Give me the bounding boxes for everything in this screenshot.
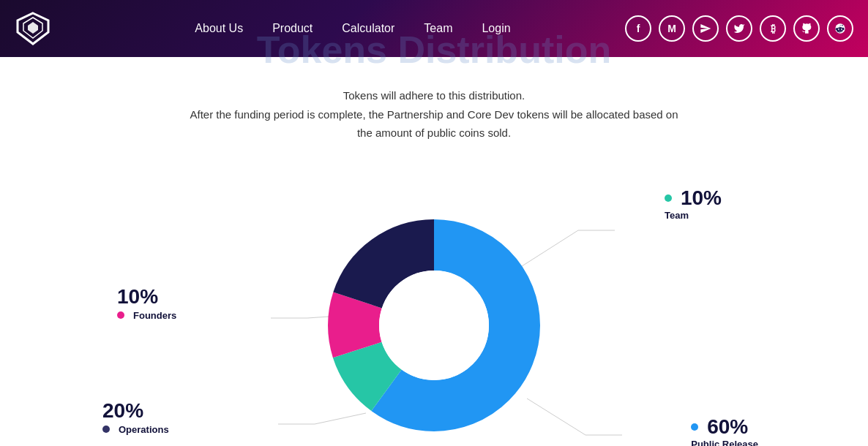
operations-percent: 20% bbox=[102, 399, 169, 423]
twitter-icon[interactable] bbox=[726, 15, 752, 42]
nav-links: About Us Product Calculator Team Login bbox=[81, 22, 625, 35]
label-team: 10% Team bbox=[665, 186, 722, 221]
label-founders: 10% Founders bbox=[117, 285, 176, 321]
operations-dot bbox=[102, 426, 110, 433]
main-content: Tokens Distribution Tokens will adhere t… bbox=[0, 57, 868, 446]
telegram-icon[interactable] bbox=[692, 15, 719, 42]
medium-icon[interactable]: M bbox=[659, 15, 685, 42]
navbar: About Us Product Calculator Team Login f… bbox=[0, 0, 868, 57]
founders-label: Founders bbox=[133, 310, 176, 321]
label-public-release: 60% Public Release bbox=[691, 415, 758, 447]
public-dot bbox=[691, 423, 698, 431]
github-icon[interactable] bbox=[793, 15, 820, 42]
bitcoin-icon[interactable]: ₿ bbox=[760, 15, 786, 42]
operations-label: Operations bbox=[119, 424, 169, 435]
nav-calculator[interactable]: Calculator bbox=[342, 22, 394, 35]
founders-percent: 10% bbox=[117, 285, 176, 309]
reddit-icon[interactable] bbox=[827, 15, 853, 42]
nav-about[interactable]: About Us bbox=[195, 22, 243, 35]
nav-login[interactable]: Login bbox=[482, 22, 510, 35]
svg-marker-2 bbox=[28, 22, 38, 34]
logo-icon[interactable] bbox=[15, 10, 51, 47]
svg-point-16 bbox=[379, 271, 489, 380]
nav-team[interactable]: Team bbox=[424, 22, 452, 35]
description: Tokens will adhere to this distribution.… bbox=[44, 86, 824, 143]
donut-chart bbox=[324, 216, 544, 435]
founders-dot bbox=[117, 311, 124, 319]
team-label: Team bbox=[665, 210, 722, 221]
social-links: f M ₿ bbox=[625, 15, 853, 42]
chart-area: 10% Team 60% Public Release 10% Founders… bbox=[44, 172, 824, 447]
public-label: Public Release bbox=[691, 439, 758, 447]
public-percent: 60% bbox=[707, 415, 748, 439]
team-percent: 10% bbox=[681, 186, 722, 210]
nav-product[interactable]: Product bbox=[272, 22, 313, 35]
team-dot bbox=[665, 194, 672, 202]
facebook-icon[interactable]: f bbox=[625, 15, 651, 42]
label-operations: 20% Operations bbox=[102, 399, 169, 435]
